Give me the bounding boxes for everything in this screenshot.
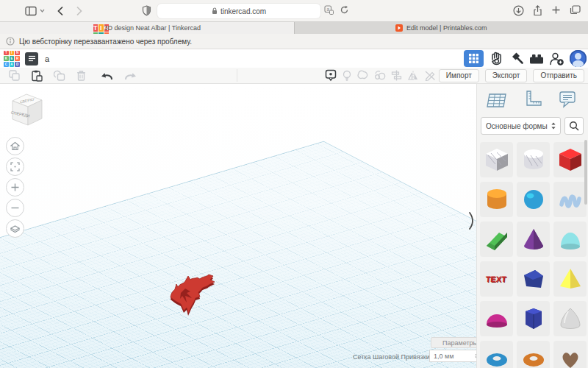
mode-3d-button[interactable] [464, 50, 484, 67]
shape-search-button[interactable] [564, 117, 584, 135]
shapes-panel: Основные формы TEXTTEXT [476, 84, 588, 368]
translate-icon[interactable]: a [324, 5, 334, 15]
lock-icon [212, 7, 218, 15]
avatar[interactable] [570, 50, 587, 67]
workplane-tool-icon[interactable] [486, 89, 508, 111]
bricks-icon[interactable] [529, 52, 544, 65]
logo-cell: T [93, 24, 98, 32]
tab-printables[interactable]: Edit model | Printables.com [294, 22, 588, 34]
shape-tile-paraboloid[interactable] [553, 301, 587, 336]
shape-tile-polygon[interactable] [517, 301, 550, 336]
logo-cell: A [10, 62, 15, 67]
import-button[interactable]: Импорт [439, 69, 479, 82]
view-controls [6, 137, 24, 238]
share-icon[interactable] [533, 5, 542, 16]
toolbar-divider [237, 69, 237, 82]
snap-grid-value: 1,0 мм [434, 353, 453, 360]
tab-title: Edit model | Printables.com [406, 24, 487, 32]
zoom-in-button[interactable] [6, 178, 24, 197]
new-tab-icon[interactable] [551, 5, 561, 16]
snap-grid-label: Сетка Шаговой Привязки [353, 353, 430, 361]
notice-text: Цю вебсторінку перезавантажено через про… [19, 38, 192, 46]
info-icon [6, 37, 15, 46]
shape-tile-roof[interactable] [517, 261, 550, 297]
shape-tile-scribble[interactable] [553, 182, 587, 217]
workplane-grid[interactable] [0, 142, 476, 368]
3d-viewport[interactable]: СВЕРХУ СПЕРЕДИ Параметры [0, 84, 476, 368]
home-view-button[interactable] [6, 137, 24, 155]
logo-cell: N [15, 51, 20, 56]
panel-collapse-icon[interactable] [468, 210, 476, 231]
select-arrows-icon [551, 122, 556, 130]
zoom-out-button[interactable] [6, 199, 24, 217]
address-bar[interactable]: tinkercad.com [157, 4, 320, 18]
ruler-tool-icon[interactable] [523, 89, 543, 111]
duplicate-icon[interactable] [54, 70, 65, 81]
fit-view-button[interactable] [6, 158, 24, 176]
inspect-icon[interactable] [325, 69, 337, 82]
tinkercad-favicon: TINKERCAD [93, 24, 101, 32]
shape-tile-hole-cylinder[interactable] [517, 142, 550, 177]
group-icon[interactable] [357, 70, 369, 81]
reload-icon[interactable] [340, 5, 349, 15]
perspective-toggle-button[interactable] [6, 219, 24, 238]
show-all-icon[interactable] [342, 70, 352, 82]
back-icon[interactable] [57, 6, 64, 16]
tinkercad-logo[interactable]: TINKERCAD [4, 51, 20, 67]
notes-tool-icon[interactable] [557, 89, 578, 111]
panel-scrollbar[interactable] [584, 140, 587, 205]
shape-tile-pyramid[interactable] [553, 261, 587, 297]
snap-grid-select[interactable]: 1,0 мм [429, 350, 476, 362]
hammer-icon[interactable] [509, 52, 524, 66]
shape-tile-cone[interactable] [517, 222, 550, 257]
design-properties-icon[interactable] [25, 52, 38, 66]
redo-icon[interactable] [124, 71, 137, 81]
logo-cell: T [4, 51, 9, 56]
logo-cell: K [4, 56, 9, 61]
paste-icon[interactable] [31, 70, 43, 82]
shape-tile-torus[interactable] [480, 341, 513, 368]
svg-text:TEXT: TEXT [485, 275, 506, 283]
copy-icon[interactable] [9, 70, 20, 81]
browser-toolbar: tinkercad.com a [0, 0, 588, 22]
downloads-icon[interactable] [513, 5, 524, 16]
shape-tile-torus-thick[interactable] [517, 341, 550, 368]
undo-icon[interactable] [100, 71, 113, 81]
delete-icon[interactable] [76, 70, 86, 81]
shape-tile-round-roof[interactable] [553, 222, 587, 257]
ungroup-icon[interactable] [374, 70, 386, 81]
privacy-shield-icon[interactable] [142, 5, 151, 16]
notes-icon[interactable] [424, 70, 436, 81]
simlab-hand-icon[interactable] [489, 51, 504, 66]
logo-cell: I [98, 24, 104, 32]
shape-grid: TEXTTEXT [477, 135, 588, 368]
tab-overview-icon[interactable] [570, 5, 581, 16]
align-icon[interactable] [391, 70, 402, 81]
edit-grid-button[interactable]: Параметры [431, 337, 476, 348]
shape-tile-heart[interactable] [553, 341, 587, 368]
collaborate-icon[interactable] [549, 52, 564, 66]
flip-icon[interactable] [407, 71, 419, 81]
design-title[interactable]: a [45, 54, 49, 63]
shape-tile-sphere[interactable] [517, 182, 550, 217]
view-cube[interactable]: СВЕРХУ СПЕРЕДИ [7, 88, 49, 130]
model-red-shape[interactable] [165, 269, 216, 318]
send-button[interactable]: Отправить [533, 69, 584, 82]
shape-tile-half-sphere[interactable] [480, 301, 513, 336]
export-button[interactable]: Экспорт [485, 69, 528, 82]
tab-title: 3D design Neat Albar | Tinkercad [104, 24, 201, 32]
tab-tinkercad[interactable]: TINKERCAD 3D design Neat Albar | Tinkerc… [0, 22, 294, 34]
shape-tile-hole-box[interactable] [480, 142, 513, 177]
logo-cell: E [98, 32, 104, 34]
search-icon [569, 121, 579, 131]
shape-category-select[interactable]: Основные формы [481, 117, 561, 135]
shape-tile-box[interactable] [553, 142, 587, 177]
shape-tile-cylinder[interactable] [480, 182, 513, 217]
tab-bar: TINKERCAD 3D design Neat Albar | Tinkerc… [0, 22, 588, 34]
editor-toolbar: Импорт Экспорт Отправить [0, 68, 588, 84]
sidebar-toggle-icon[interactable] [25, 6, 45, 16]
shape-tile-wedge[interactable] [480, 222, 513, 257]
shape-tile-text[interactable]: TEXTTEXT [480, 261, 513, 297]
shape-category-value: Основные формы [486, 122, 548, 130]
forward-icon[interactable] [76, 6, 83, 16]
